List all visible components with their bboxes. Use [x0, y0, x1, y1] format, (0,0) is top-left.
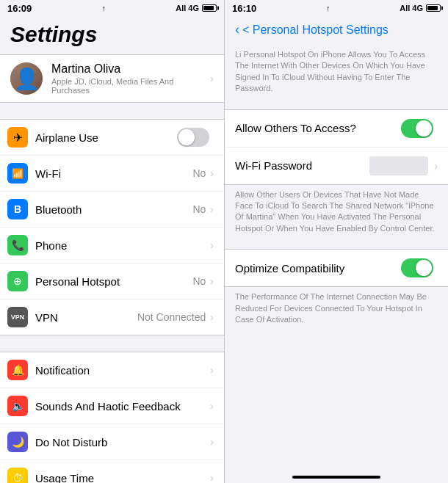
allow-others-text: Allow Other Users Or Devices That Have N…	[225, 185, 448, 242]
bluetooth-icon: B	[7, 199, 28, 219]
user-chevron: ›	[210, 73, 214, 84]
section-connectivity: ✈ Airplane Use 📶 Wi-Fi No › B Bluetooth …	[0, 119, 224, 335]
allow-access-section: Allow Others To Access? Wi-Fi Password ›	[225, 109, 448, 185]
row-usage[interactable]: ⏱ Usage Time ›	[0, 460, 224, 483]
optimize-inner: Optimize Compatibility	[225, 249, 448, 287]
sounds-label: Sounds And Haotic Feedback	[35, 400, 210, 413]
right-status-bar: 16:10 ↑ All 4G	[225, 0, 448, 16]
right-battery-fill	[427, 6, 438, 10]
wifi-value: No	[192, 167, 206, 179]
optimize-section: Optimize Compatibility	[225, 249, 448, 287]
notification-icon: 🔔	[7, 360, 28, 380]
left-signal-label: All 4G	[176, 4, 199, 12]
optimize-label: Optimize Compatibility	[235, 262, 401, 275]
sounds-icon: 🔈	[7, 396, 28, 416]
vpn-chevron: ›	[210, 311, 214, 323]
avatar	[10, 62, 43, 95]
hotspot-icon: ⊕	[7, 271, 28, 291]
wifi-icon: 📶	[7, 163, 28, 184]
user-name: Martina Oliva	[51, 62, 210, 76]
row-hotspot[interactable]: ⊕ Personal Hotspot No ›	[0, 264, 224, 299]
settings-title: Settings	[0, 16, 224, 50]
section-notifications: 🔔 Notification › 🔈 Sounds And Haotic Fee…	[0, 352, 224, 483]
notification-chevron: ›	[210, 364, 214, 376]
right-battery-icon	[426, 4, 441, 12]
left-battery-icon	[202, 4, 217, 12]
left-battery-fill	[203, 6, 214, 10]
hotspot-chevron: ›	[210, 275, 214, 287]
hotspot-description: Li Personal Hotspot On iPhone Allows You…	[225, 43, 448, 102]
allow-access-inner: Allow Others To Access? Wi-Fi Password ›	[225, 109, 448, 185]
airplane-toggle[interactable]	[177, 128, 209, 147]
phone-chevron: ›	[210, 239, 214, 251]
left-signal-arrow: ↑	[101, 4, 106, 12]
left-time: 16:09	[7, 3, 32, 14]
allow-access-toggle[interactable]	[401, 119, 433, 138]
home-indicator[interactable]	[292, 476, 380, 479]
back-chevron-icon: ‹	[235, 22, 239, 37]
usage-icon: ⏱	[7, 468, 28, 483]
wifi-password-chevron: ›	[434, 160, 438, 172]
user-info: Martina Oliva Apple JD, iCloud, Media Fi…	[51, 62, 210, 95]
row-allow-access[interactable]: Allow Others To Access?	[225, 110, 448, 148]
bluetooth-value: No	[192, 203, 206, 215]
row-wifi-password[interactable]: Wi-Fi Password ›	[225, 148, 448, 184]
airplane-icon: ✈	[7, 127, 28, 148]
right-right-icons: All 4G	[400, 4, 441, 12]
wifi-password-value	[369, 156, 428, 175]
section-notifications-inner: 🔔 Notification › 🔈 Sounds And Haotic Fee…	[0, 352, 224, 483]
user-subtitle: Apple JD, iCloud, Media Files And Purcha…	[51, 77, 210, 95]
row-wifi[interactable]: 📶 Wi-Fi No ›	[0, 156, 224, 192]
back-label: < Personal Hotspot Settings	[242, 23, 389, 37]
left-right-icons: All 4G	[176, 4, 217, 12]
dnd-label: Do Not Disturb	[35, 436, 210, 448]
phone-label: Phone	[35, 239, 210, 252]
back-navigation[interactable]: ‹ < Personal Hotspot Settings	[225, 16, 448, 43]
right-panel: 16:10 ↑ All 4G ‹ < Personal Hotspot Sett…	[224, 0, 448, 483]
optimize-description: The Performance Of The Internet Connecti…	[225, 287, 448, 333]
right-signal-label: All 4G	[400, 4, 423, 12]
row-notification[interactable]: 🔔 Notification ›	[0, 352, 224, 388]
dnd-icon: 🌙	[7, 432, 28, 452]
notification-label: Notification	[35, 364, 210, 377]
row-sounds[interactable]: 🔈 Sounds And Haotic Feedback ›	[0, 388, 224, 424]
section-connectivity-inner: ✈ Airplane Use 📶 Wi-Fi No › B Bluetooth …	[0, 119, 224, 335]
vpn-label: VPN	[35, 311, 137, 324]
vpn-value: Not Connected	[137, 311, 206, 323]
bottom-spacer	[225, 333, 448, 476]
airplane-label: Airplane Use	[35, 131, 177, 144]
sounds-chevron: ›	[210, 400, 214, 412]
dnd-chevron: ›	[210, 436, 214, 448]
wifi-chevron: ›	[210, 167, 214, 179]
phone-icon: 📞	[7, 235, 28, 255]
usage-chevron: ›	[210, 472, 214, 483]
wifi-password-label: Wi-Fi Password	[235, 159, 369, 172]
allow-access-label: Allow Others To Access?	[235, 122, 401, 134]
optimize-toggle[interactable]	[401, 258, 433, 277]
vpn-icon: VPN	[7, 307, 28, 327]
row-bluetooth[interactable]: B Bluetooth No ›	[0, 192, 224, 228]
right-signal-arrow: ↑	[326, 4, 330, 12]
wifi-label: Wi-Fi	[35, 167, 192, 180]
left-panel: 16:09 ↑ All 4G Settings Martina Oliva Ap…	[0, 0, 224, 483]
bluetooth-chevron: ›	[210, 203, 214, 215]
row-vpn[interactable]: VPN VPN Not Connected ›	[0, 299, 224, 335]
hotspot-value: No	[192, 275, 206, 287]
row-optimize[interactable]: Optimize Compatibility	[225, 250, 448, 286]
row-phone[interactable]: 📞 Phone ›	[0, 228, 224, 264]
right-time: 16:10	[232, 3, 256, 14]
hotspot-label: Personal Hotspot	[35, 275, 192, 288]
avatar-image	[10, 62, 43, 95]
bluetooth-label: Bluetooth	[35, 203, 192, 216]
user-cell[interactable]: Martina Oliva Apple JD, iCloud, Media Fi…	[0, 54, 224, 103]
usage-label: Usage Time	[35, 472, 210, 484]
row-dnd[interactable]: 🌙 Do Not Disturb ›	[0, 424, 224, 460]
row-airplane[interactable]: ✈ Airplane Use	[0, 120, 224, 156]
left-status-bar: 16:09 ↑ All 4G	[0, 0, 224, 16]
